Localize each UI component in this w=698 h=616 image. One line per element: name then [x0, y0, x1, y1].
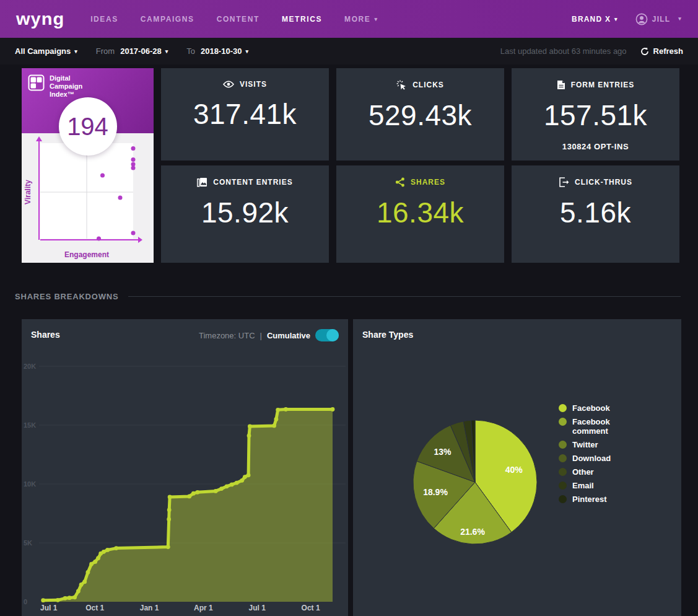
from-label: From: [96, 46, 115, 56]
svg-text:Oct 1: Oct 1: [85, 604, 104, 612]
refresh-icon: [640, 47, 649, 56]
filter-bar: All Campaigns▾ From 2017-06-28▾ To 2018-…: [0, 38, 698, 64]
user-avatar-icon: [635, 13, 648, 25]
svg-text:21.6%: 21.6%: [460, 527, 485, 537]
chevron-down-icon: ▾: [614, 16, 618, 22]
legend-dot: [559, 482, 567, 490]
metric-value: 157.51k: [544, 99, 647, 132]
campaigns-dropdown[interactable]: All Campaigns▾: [15, 46, 77, 56]
legend-dot: [559, 454, 567, 462]
svg-text:13%: 13%: [434, 447, 452, 457]
metric-label: CLICK-THRUS: [575, 178, 632, 187]
metric-card-content-entries: CONTENT ENTRIES 15.92k: [161, 165, 329, 263]
svg-text:10K: 10K: [24, 480, 36, 488]
legend-label: Facebook comment: [572, 417, 628, 436]
legend-label: Download: [572, 454, 628, 463]
svg-text:Jul 1: Jul 1: [40, 604, 58, 612]
chevron-down-icon: ▾: [245, 48, 248, 55]
pie-legend: FacebookFacebook commentTwitterDownloadO…: [559, 403, 645, 508]
shares-area-chart[interactable]: 05K10K15K20KJul 1Oct 1Jan 1Apr 1Jul 1Oct…: [22, 319, 348, 616]
metric-label: FORM ENTRIES: [571, 81, 635, 89]
metric-value: 15.92k: [201, 196, 289, 229]
svg-text:40%: 40%: [505, 465, 523, 475]
nav-item-metrics[interactable]: METRICS: [282, 15, 322, 24]
document-icon: [557, 80, 565, 90]
chevron-down-icon: ▾: [678, 15, 682, 22]
dci-score-circle: 194: [59, 97, 117, 156]
brand-dropdown[interactable]: BRAND X▾: [572, 15, 618, 24]
dci-title: Digital Campaign Index™: [50, 74, 82, 99]
top-nav: wyng IDEAS CAMPAIGNS CONTENT METRICS MOR…: [0, 0, 698, 38]
legend-item: Download: [559, 454, 645, 463]
metric-card-shares: SHARES 16.34k: [336, 165, 504, 263]
svg-text:18.9%: 18.9%: [423, 487, 448, 497]
legend-item: Facebook: [559, 403, 645, 413]
legend-dot: [559, 418, 567, 426]
legend-item: Email: [559, 481, 645, 490]
metric-card-form-entries: FORM ENTRIES 157.51k 130824 OPT-INS: [512, 68, 679, 161]
svg-text:Oct 1: Oct 1: [302, 604, 320, 612]
exit-arrow-icon: [559, 177, 569, 187]
dci-grid-icon: [28, 74, 45, 91]
user-menu[interactable]: JILL▾: [635, 13, 682, 25]
timezone-label: Timezone: UTC: [199, 331, 255, 340]
share-types-title: Share Types: [362, 330, 413, 340]
share-icon: [395, 177, 405, 187]
legend-item: Other: [559, 467, 645, 477]
chevron-down-icon: ▾: [374, 16, 378, 22]
wyng-logo[interactable]: wyng: [16, 9, 64, 29]
svg-text:Engagement: Engagement: [64, 250, 109, 259]
svg-text:Apr 1: Apr 1: [194, 604, 213, 612]
legend-label: Twitter: [572, 440, 628, 449]
legend-item: Pinterest: [559, 495, 645, 504]
share-types-panel: Share Types 40%21.6%18.9%13% FacebookFac…: [353, 319, 681, 616]
svg-text:Jan 1: Jan 1: [140, 604, 159, 612]
cumulative-toggle[interactable]: [315, 329, 339, 341]
metric-value: 317.41k: [193, 97, 297, 131]
to-label: To: [186, 46, 195, 56]
opt-ins-value: 130824 OPT-INS: [562, 142, 629, 151]
legend-item: Twitter: [559, 440, 645, 449]
metric-value: 16.34k: [377, 196, 464, 229]
legend-dot: [559, 441, 567, 449]
legend-label: Facebook: [572, 403, 628, 413]
nav-item-content[interactable]: CONTENT: [217, 15, 260, 24]
dci-card: Digital Campaign Index™ 194 ViralityEnga…: [22, 68, 154, 263]
cumulative-label: Cumulative: [267, 331, 310, 340]
svg-text:Virality: Virality: [24, 180, 32, 205]
image-icon: [197, 177, 207, 187]
legend-dot: [559, 468, 567, 476]
metric-label: CLICKS: [412, 81, 444, 89]
nav-item-ideas[interactable]: IDEAS: [90, 15, 118, 24]
legend-label: Other: [572, 467, 628, 477]
metric-label: SHARES: [411, 178, 445, 187]
svg-text:15K: 15K: [24, 421, 36, 429]
metric-value: 529.43k: [369, 99, 472, 132]
metric-card-visits: VISITS 317.41k: [161, 68, 329, 161]
section-divider: [128, 296, 681, 297]
nav-item-more[interactable]: MORE▾: [344, 15, 378, 24]
section-title: SHARES BREAKDOWNS: [15, 292, 118, 301]
legend-dot: [559, 404, 567, 412]
svg-text:Jul 1: Jul 1: [249, 604, 266, 612]
metric-card-click-thrus: CLICK-THRUS 5.16k: [512, 165, 679, 263]
from-date-dropdown[interactable]: 2017-06-28▾: [120, 46, 168, 56]
svg-text:0: 0: [24, 598, 27, 605]
eye-icon: [223, 81, 234, 88]
toggle-knob: [326, 329, 339, 341]
legend-label: Pinterest: [572, 495, 628, 504]
shares-breakdowns-section: SHARES BREAKDOWNS: [15, 292, 681, 301]
to-date-dropdown[interactable]: 2018-10-30▾: [201, 46, 248, 56]
dci-score: 194: [67, 113, 108, 141]
svg-text:20K: 20K: [24, 363, 36, 370]
click-cursor-icon: [396, 80, 407, 90]
shares-chart-title: Shares: [31, 330, 60, 340]
chevron-down-icon: ▾: [74, 48, 77, 55]
chevron-down-icon: ▾: [165, 48, 168, 55]
svg-text:5K: 5K: [24, 539, 32, 547]
last-updated-text: Last updated about 63 minutes ago: [500, 46, 627, 56]
metric-label: VISITS: [240, 80, 267, 89]
metric-value: 5.16k: [560, 196, 631, 229]
nav-item-campaigns[interactable]: CAMPAIGNS: [141, 15, 194, 24]
refresh-button[interactable]: Refresh: [640, 46, 683, 56]
